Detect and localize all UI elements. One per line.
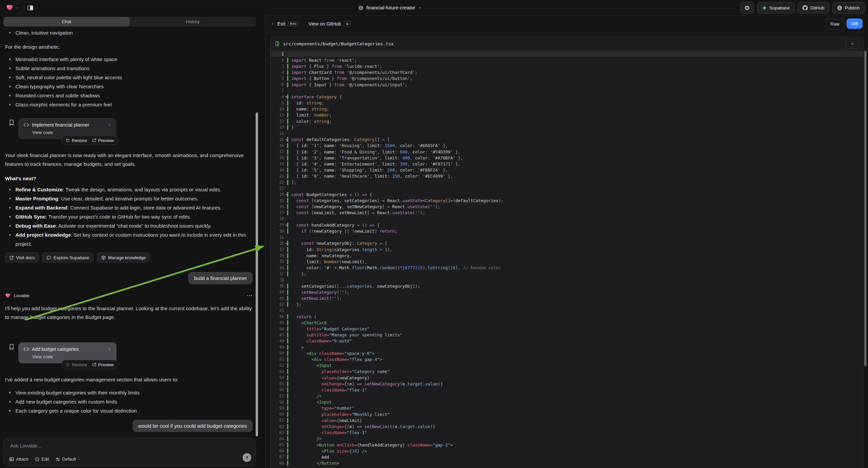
explore-supabase-button[interactable]: Explore Supabase	[42, 253, 93, 263]
fold-chevron-icon[interactable]	[285, 194, 288, 195]
code-line: 48 className="h-auto"	[271, 338, 863, 344]
fold-chevron-icon[interactable]	[285, 139, 288, 141]
code-line: 28	[271, 216, 863, 222]
settings-button[interactable]: ⚙	[740, 2, 754, 14]
restore-button[interactable]: Restore	[66, 362, 87, 367]
code-line: 21 { id: '6', name: 'Healthcare', limit:…	[271, 173, 863, 179]
scrollback-list: Clean, intuitive navigation	[5, 28, 250, 37]
code-scrollbar[interactable]	[864, 51, 866, 366]
code-line: 67 Add	[271, 454, 863, 460]
manage-knowledge-button[interactable]: Manage knowledge	[97, 253, 150, 263]
code-line: 57 />	[271, 393, 863, 399]
code-line: 20 { id: '5', name: 'Shopping', limit: 2…	[271, 167, 863, 173]
code-line: 40 setNewCategory('');	[271, 289, 863, 295]
code-line: 49 >	[271, 344, 863, 350]
code-line: 44 return (	[271, 314, 863, 320]
code-text: import React from 'react';	[287, 58, 863, 63]
send-button[interactable]	[243, 453, 251, 462]
code-content: 12import React from 'react';3import { Pl…	[271, 50, 863, 466]
code-text: />	[287, 436, 863, 441]
visit-docs-button[interactable]: Visit docs	[5, 253, 39, 263]
code-text: <Input	[287, 363, 863, 368]
bullet-item: Subtle animations and transitions	[5, 64, 250, 73]
bullet-item: Glass-morphic elements for a premium fee…	[5, 100, 250, 109]
code-line: 19 { id: '4', name: 'Entertainment', lim…	[271, 161, 863, 167]
code-line: 66 <Plus size={16} />	[271, 448, 863, 454]
code-line: 34 name: newCategory,	[271, 253, 863, 259]
view-code-link[interactable]: View code	[32, 130, 112, 135]
view-on-github-button[interactable]: View on GitHub G	[308, 21, 351, 27]
chat-scrollbar[interactable]	[256, 113, 258, 436]
line-number: 59	[271, 406, 287, 411]
code-text: { id: '5', name: 'Shopping', limit: 200,…	[287, 168, 863, 173]
code-text: onChange={(e) => setNewLimit(e.target.va…	[287, 424, 863, 429]
line-number: 28	[271, 216, 287, 221]
attach-button[interactable]: Attach	[9, 457, 29, 462]
code-text: id: string;	[287, 100, 863, 106]
line-number: 22	[271, 180, 287, 185]
code-text: setNewLimit('');	[287, 296, 863, 301]
project-switcher[interactable]: financial-future-creator	[358, 0, 422, 16]
line-number: 57	[271, 394, 287, 399]
code-line: 53 placeholder="Category name"	[271, 369, 863, 375]
line-number: 12	[271, 119, 287, 123]
mode-selector[interactable]: Default	[55, 457, 81, 462]
mode-label: Default	[62, 457, 76, 462]
line-number: 16	[271, 143, 287, 148]
view-code-link[interactable]: View code	[32, 354, 112, 359]
raw-toggle-button[interactable]: Raw	[826, 19, 844, 30]
diff-toggle-button[interactable]: Diff	[846, 19, 863, 29]
line-number: 62	[271, 425, 287, 429]
code-text: const BudgetCategories = () => {	[287, 192, 863, 197]
project-name: financial-future-creator	[366, 5, 415, 10]
code-text: value={newLimit}	[287, 418, 863, 423]
supabase-button[interactable]: Supabase	[757, 2, 795, 14]
preview-button[interactable]: Preview	[92, 362, 114, 367]
chevron-down-icon	[78, 458, 81, 461]
whats-next-list: Refine & Customize: Tweak the design, an…	[5, 185, 252, 248]
package-icon	[101, 256, 106, 260]
publish-button[interactable]: Publish	[832, 2, 865, 14]
edit-label: Edit	[41, 457, 49, 462]
fold-chevron-icon[interactable]	[285, 243, 288, 244]
code-text: limit: Number(newLimit),	[287, 259, 863, 264]
bookmark-icon[interactable]	[9, 119, 14, 126]
line-number: 49	[271, 345, 287, 350]
code-text: import { Plus } from 'lucide-react';	[287, 64, 863, 69]
code-line: 33 id: String(categories.length + 1),	[271, 246, 863, 253]
code-viewer-panel: Exit ESC View on GitHub G Raw Diff src/c…	[265, 16, 868, 468]
fold-chevron-icon[interactable]	[285, 96, 288, 98]
code-line: 61 value={newLimit}	[271, 417, 863, 423]
line-number: 10	[271, 107, 287, 112]
line-number: 68	[271, 461, 287, 466]
code-text: if (!newCategory || !newLimit) return;	[287, 229, 863, 234]
exit-button[interactable]: Exit ESC	[271, 21, 299, 27]
added-bullet-list: View existing budget categories with the…	[5, 388, 250, 415]
collapse-file-button[interactable]	[846, 39, 859, 49]
preview-label: Preview	[98, 138, 114, 143]
restore-icon	[66, 362, 70, 367]
suggestion-buttons: Visit docs Explore Supabase Manage knowl…	[5, 253, 150, 263]
code-line: 23	[271, 185, 863, 192]
restore-button[interactable]: Restore	[66, 138, 87, 143]
code-text: const handleAddCategory = () => {	[287, 223, 863, 228]
preview-button[interactable]: Preview	[92, 138, 114, 143]
chat-input[interactable]	[9, 442, 179, 449]
code-text: const newCategoryObj: Category = {	[287, 241, 863, 246]
assistant-message: I've added a new budget categories manag…	[5, 375, 253, 384]
fold-chevron-icon[interactable]	[285, 225, 288, 226]
edit-button[interactable]: Edit	[35, 457, 49, 462]
line-number: 40	[271, 290, 287, 294]
line-number: 65	[271, 442, 287, 447]
code-text: { id: '2', name: 'Food & Dining', limit:…	[287, 149, 863, 154]
github-button[interactable]: GitHub	[798, 2, 829, 14]
line-number: 5	[271, 76, 287, 81]
bullet-item: View existing budget categories with the…	[5, 388, 250, 397]
code-line: 16 { id: '1', name: 'Housing', limit: 15…	[271, 143, 863, 149]
view-on-github-label: View on GitHub	[308, 21, 341, 27]
more-options-icon[interactable]	[247, 295, 252, 296]
code-text: setCategories([...categories, newCategor…	[287, 284, 863, 289]
code-line: 36 color: '#' + Math.floor(Math.random()…	[271, 265, 863, 271]
bookmark-icon[interactable]	[9, 344, 14, 350]
code-text: <ChartCard	[287, 320, 863, 325]
